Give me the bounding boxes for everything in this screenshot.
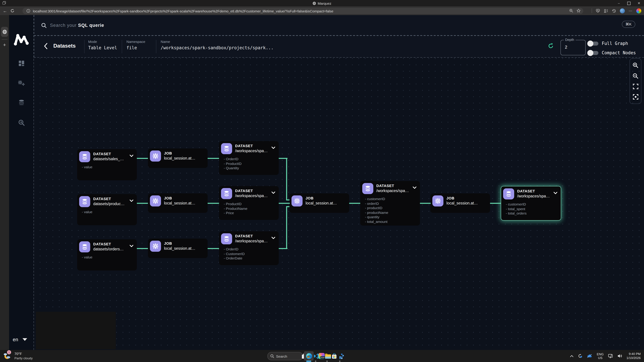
explorer-running-dot bbox=[326, 361, 328, 362]
tray-update-icon[interactable] bbox=[578, 354, 582, 358]
dataset-node-dsel[interactable]: DATASET/workspaces/spa…- customerID- tot… bbox=[501, 186, 561, 221]
minimize-button[interactable]: – bbox=[614, 0, 624, 6]
lineage-edge bbox=[286, 199, 290, 200]
lineage-minimap[interactable] bbox=[36, 312, 116, 349]
node-type-label: JOB bbox=[164, 196, 172, 200]
url-bar[interactable]: localhost:3001/lineage/dataset/file/%2Fw… bbox=[22, 8, 583, 14]
chevron-down-icon[interactable] bbox=[271, 237, 276, 239]
copilot-icon[interactable] bbox=[636, 8, 641, 13]
back-chevron-icon[interactable] bbox=[44, 43, 48, 49]
lineage-edge bbox=[208, 158, 219, 159]
back-icon[interactable]: ← bbox=[1, 8, 9, 13]
history-icon[interactable] bbox=[612, 8, 616, 13]
lineage-edge bbox=[208, 248, 219, 249]
dataset-field: - total_amount bbox=[365, 219, 388, 224]
lineage-canvas[interactable]: DATASETdatasets/sales_…- valueJOBlocal_s… bbox=[34, 58, 644, 350]
full-graph-toggle[interactable] bbox=[588, 41, 598, 45]
center-focus-icon[interactable] bbox=[632, 93, 640, 101]
page-info-icon[interactable] bbox=[26, 9, 30, 13]
job-node-j1[interactable]: JOBlocal_session.at… bbox=[148, 148, 208, 168]
weather-temp: 70°F bbox=[14, 352, 33, 356]
tray-clock[interactable]: 9:40 PM1/10/2026 bbox=[626, 352, 641, 360]
node-type-label: JOB bbox=[446, 196, 454, 200]
node-name: local_session.at… bbox=[164, 201, 196, 205]
taskbar-store-icon[interactable] bbox=[330, 352, 338, 360]
language-current: en bbox=[13, 337, 18, 342]
search-input[interactable]: Search your SQL querie bbox=[50, 23, 104, 28]
gear-icon bbox=[150, 241, 161, 252]
tray-onedrive-icon[interactable] bbox=[587, 354, 592, 358]
node-name: datasets/produc… bbox=[93, 202, 124, 206]
chevron-down-icon[interactable] bbox=[271, 191, 276, 194]
chevron-down-icon[interactable] bbox=[130, 155, 134, 157]
depth-label: Depth bbox=[564, 38, 576, 41]
close-button[interactable]: ✕ bbox=[634, 0, 644, 6]
chevron-down-icon[interactable] bbox=[554, 192, 558, 194]
job-node-jc[interactable]: JOBlocal_session.at… bbox=[290, 193, 349, 213]
job-node-j2[interactable]: JOBlocal_session.at… bbox=[148, 193, 208, 213]
sidebar-item-dashboard[interactable] bbox=[9, 60, 34, 67]
taskbar-edge-icon[interactable] bbox=[305, 352, 312, 360]
reload-icon[interactable] bbox=[9, 9, 16, 13]
node-name: datasets/sales_… bbox=[93, 157, 124, 161]
dataset-field-list: - value bbox=[82, 255, 92, 260]
dataset-node-d2m[interactable]: DATASET/workspaces/spa…- ProductID- Prod… bbox=[219, 186, 279, 220]
fullscreen-icon[interactable] bbox=[632, 82, 640, 90]
dataset-field: - quantity bbox=[365, 215, 388, 219]
tray-network-icon[interactable] bbox=[608, 354, 613, 358]
zoom-in-icon[interactable] bbox=[632, 61, 640, 69]
namespace-label: Namespace bbox=[126, 39, 145, 43]
full-graph-label: Full Graph bbox=[602, 41, 628, 46]
chevron-down-icon[interactable] bbox=[130, 245, 134, 247]
compact-nodes-toggle[interactable] bbox=[588, 51, 598, 55]
canvas-zoom-controls bbox=[630, 58, 641, 104]
dataset-node-d3m[interactable]: DATASET/workspaces/spa…- OrderID- Custom… bbox=[219, 231, 279, 265]
sidebar-add-icon[interactable]: + bbox=[0, 42, 9, 48]
sidebar-item-jobs[interactable] bbox=[9, 80, 34, 86]
vscode-running-dot bbox=[315, 361, 316, 362]
favorite-star-icon[interactable] bbox=[576, 9, 580, 13]
tray-volume-icon[interactable] bbox=[617, 354, 622, 358]
dataset-node-ds3[interactable]: DATASETdatasets/orders…- value bbox=[77, 239, 137, 271]
dataset-node-ds2[interactable]: DATASETdatasets/produc…- value bbox=[77, 194, 137, 225]
node-name: /workspaces/spa… bbox=[517, 194, 550, 198]
compact-nodes-label: Compact Nodes bbox=[602, 50, 636, 55]
gear-icon bbox=[432, 195, 444, 206]
dataset-field: - Price bbox=[224, 211, 247, 215]
lineage-edge bbox=[137, 248, 148, 249]
taskbar-search[interactable]: Search bbox=[267, 352, 303, 360]
mode-value: Table Level bbox=[88, 45, 117, 50]
maximize-button[interactable] bbox=[624, 0, 634, 6]
dataset-field-list: - ProductID- ProductName- Price bbox=[224, 202, 247, 215]
sidebar-item-search-lineage[interactable] bbox=[9, 119, 34, 126]
profile-avatar[interactable] bbox=[620, 8, 625, 13]
lineage-edge bbox=[137, 203, 148, 204]
dataset-node-dbig[interactable]: DATASET/workspaces/spa…- customerID- ord… bbox=[360, 181, 420, 226]
dataset-node-ds1[interactable]: DATASETdatasets/sales_…- value bbox=[77, 149, 137, 180]
more-menu-icon[interactable]: ⋯ bbox=[628, 8, 632, 13]
tab-stack-icon[interactable] bbox=[2, 1, 6, 5]
tray-chevron-up-icon[interactable] bbox=[570, 355, 574, 357]
marquez-logo[interactable] bbox=[14, 33, 29, 46]
job-node-jr[interactable]: JOBlocal_session.at… bbox=[430, 193, 490, 213]
language-selector[interactable]: en bbox=[13, 337, 27, 342]
refresh-icon[interactable] bbox=[548, 43, 554, 49]
chevron-down-icon[interactable] bbox=[130, 199, 134, 202]
taskbar-dev-app-icon[interactable] bbox=[337, 352, 344, 360]
collections-icon[interactable] bbox=[604, 8, 608, 13]
sidebar-item-datasets[interactable] bbox=[9, 99, 34, 106]
gear-icon bbox=[150, 195, 161, 206]
chevron-down-icon[interactable] bbox=[412, 186, 416, 189]
sidebar-web-globe-icon[interactable] bbox=[1, 27, 8, 37]
chevron-down-icon[interactable] bbox=[271, 146, 276, 149]
zoom-out-icon[interactable] bbox=[632, 72, 640, 80]
browser-essentials-icon[interactable] bbox=[596, 8, 600, 13]
taskbar-weather-widget[interactable]: 1 70°F Partly cloudy bbox=[3, 351, 33, 360]
depth-input[interactable]: Depth 2 bbox=[560, 40, 586, 55]
job-node-j3[interactable]: JOBlocal_session.at… bbox=[148, 239, 208, 258]
zoom-page-icon[interactable] bbox=[569, 9, 573, 13]
page-title: Datasets bbox=[53, 43, 76, 49]
dataset-node-d1m[interactable]: DATASET/workspaces/spa…- OrderID- Produc… bbox=[219, 141, 279, 175]
tray-language-indicator[interactable]: ENGUS bbox=[597, 352, 604, 360]
mode-label: Mode bbox=[88, 39, 117, 43]
